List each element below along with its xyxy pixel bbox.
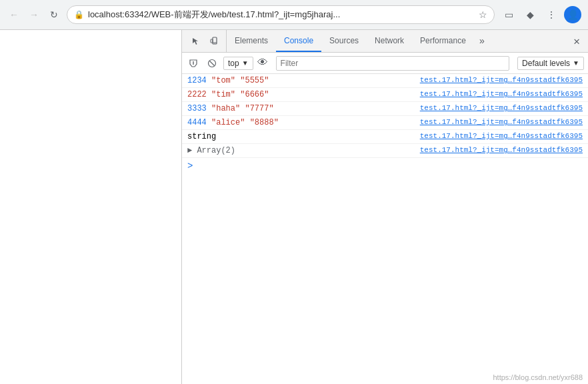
tab-console[interactable]: Console: [276, 30, 321, 52]
filter-area: [276, 56, 509, 71]
str-tom: "tom": [211, 76, 235, 85]
svg-marker-0: [193, 38, 198, 45]
console-row-6-content: ► Array(2): [182, 145, 415, 156]
page-content: [0, 30, 181, 384]
array-toggle[interactable]: ► Array(2): [187, 146, 235, 155]
console-row-3-content: 3333 "haha" "7777": [182, 103, 415, 114]
inspect-element-button[interactable]: [187, 33, 205, 50]
stop-on-exceptions-button[interactable]: [205, 56, 219, 71]
console-row-1-content: 1234 "tom" "5555": [182, 75, 415, 86]
tab-sources[interactable]: Sources: [321, 30, 367, 52]
context-chevron-icon: ▼: [242, 59, 249, 67]
tab-elements[interactable]: Elements: [227, 30, 276, 52]
str-string: string: [187, 132, 216, 141]
console-row-4: 4444 "alice" "8888" test.17.html?_ijt=mg…: [182, 116, 588, 130]
lock-icon: 🔒: [74, 10, 84, 19]
devtools-close-button[interactable]: ✕: [568, 30, 585, 52]
levels-chevron-icon: ▼: [573, 59, 579, 67]
forward-button[interactable]: →: [27, 7, 41, 22]
num-2222: 2222: [187, 90, 207, 99]
levels-dropdown[interactable]: Default levels ▼: [517, 57, 584, 70]
toolbar-actions: ▭ ◆ ⋮ 👤: [500, 6, 581, 23]
browser-chrome: ← → ↻ 🔒 localhost:63342/WEB-前端开发/web/tes…: [0, 0, 588, 30]
context-selector[interactable]: top ▼: [223, 57, 253, 70]
bookmark-icon[interactable]: ☆: [479, 9, 487, 20]
num-4444: 4444: [187, 118, 207, 127]
address-bar[interactable]: 🔒 localhost:63342/WEB-前端开发/web/test.17.h…: [67, 5, 495, 24]
console-row-3-source[interactable]: test.17.html?_ijt=mg…f4n9sstadtfk6395: [415, 103, 588, 113]
console-row-2-content: 2222 "tim" "6666": [182, 89, 415, 100]
back-button[interactable]: ←: [7, 7, 21, 22]
cast-button[interactable]: ▭: [500, 6, 517, 23]
browser-toolbar: ← → ↻ 🔒 localhost:63342/WEB-前端开发/web/tes…: [0, 0, 588, 29]
str-tim: "tim": [211, 90, 235, 99]
console-row-1: 1234 "tom" "5555" test.17.html?_ijt=mg…f…: [182, 74, 588, 88]
levels-label: Default levels: [522, 59, 570, 68]
console-row-6: ► Array(2) test.17.html?_ijt=mg…f4n9ssta…: [182, 144, 588, 158]
profile-button[interactable]: 👤: [564, 6, 581, 23]
console-row-2: 2222 "tim" "6666" test.17.html?_ijt=mg…f…: [182, 88, 588, 102]
svg-point-3: [215, 43, 215, 44]
device-toolbar-button[interactable]: [206, 33, 223, 50]
context-label: top: [228, 59, 239, 68]
prompt-symbol: >: [187, 161, 193, 171]
num-1234: 1234: [187, 76, 207, 85]
console-row-3: 3333 "haha" "7777" test.17.html?_ijt=mg……: [182, 102, 588, 116]
str-alice: "alice": [211, 118, 245, 127]
str-6666: "6666": [240, 90, 269, 99]
str-haha: "haha": [211, 104, 240, 113]
str-5555: "5555": [240, 76, 269, 85]
reload-button[interactable]: ↻: [47, 7, 61, 22]
console-row-4-source[interactable]: test.17.html?_ijt=mg…f4n9sstadtfk6395: [415, 117, 588, 127]
console-row-6-source[interactable]: test.17.html?_ijt=mg…f4n9sstadtfk6395: [415, 145, 588, 155]
filter-input[interactable]: [276, 56, 509, 71]
console-row-5-content: string: [182, 131, 415, 142]
console-row-1-source[interactable]: test.17.html?_ijt=mg…f4n9sstadtfk6395: [415, 75, 588, 85]
devtools-icon-group: [185, 30, 227, 52]
main-area: Elements Console Sources Network Perform…: [0, 30, 588, 384]
console-toolbar: top ▼ 👁 Default levels ▼: [182, 53, 588, 74]
str-7777: "7777": [245, 104, 273, 113]
tab-network[interactable]: Network: [367, 30, 412, 52]
console-row-4-content: 4444 "alice" "8888": [182, 117, 415, 128]
url-text: localhost:63342/WEB-前端开发/web/test.17.htm…: [88, 9, 475, 21]
console-prompt[interactable]: >: [182, 158, 588, 174]
num-3333: 3333: [187, 104, 207, 113]
clear-console-button[interactable]: [186, 56, 201, 71]
console-row-5-source[interactable]: test.17.html?_ijt=mg…f4n9sstadtfk6395: [415, 131, 588, 141]
tab-performance[interactable]: Performance: [412, 30, 474, 52]
extension-icon[interactable]: ◆: [521, 6, 539, 23]
devtools-panel: Elements Console Sources Network Perform…: [181, 30, 588, 384]
menu-button[interactable]: ⋮: [543, 6, 560, 23]
watermark: https://blog.csdn.net/yxr688: [493, 373, 583, 381]
str-8888: "8888": [250, 118, 279, 127]
devtools-tabs: Elements Console Sources Network Perform…: [182, 30, 588, 53]
eye-button[interactable]: 👁: [257, 57, 268, 69]
console-row-5: string test.17.html?_ijt=mg…f4n9sstadtfk…: [182, 130, 588, 144]
svg-rect-4: [211, 39, 213, 43]
console-row-2-source[interactable]: test.17.html?_ijt=mg…f4n9sstadtfk6395: [415, 89, 588, 99]
console-output: 1234 "tom" "5555" test.17.html?_ijt=mg…f…: [182, 74, 588, 384]
svg-line-8: [210, 61, 215, 65]
more-tabs-button[interactable]: »: [475, 30, 489, 52]
